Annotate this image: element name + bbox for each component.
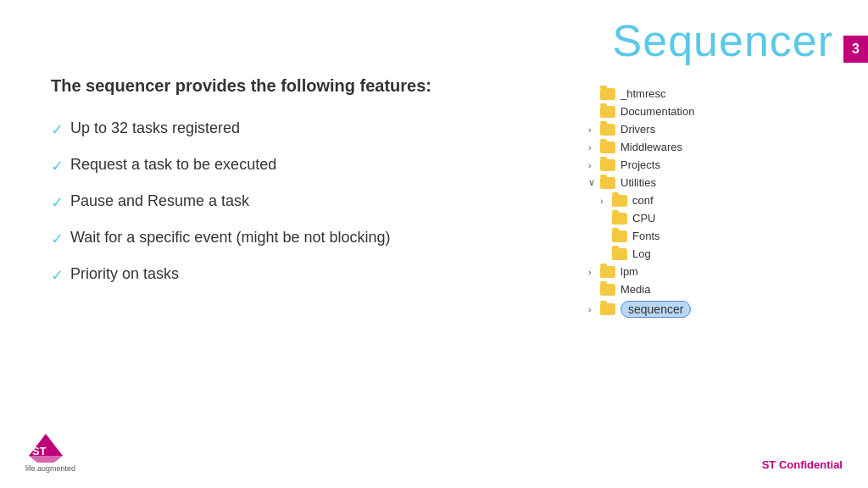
tree-label: Fonts [632, 230, 660, 242]
folder-icon [600, 284, 615, 296]
tree-item[interactable]: Log [588, 245, 843, 263]
feature-text: Priority on tasks [70, 265, 179, 283]
feature-text: Wait for a specific event (might be not … [70, 229, 391, 247]
folder-icon [600, 177, 615, 189]
folder-icon [600, 124, 615, 136]
feature-text: Up to 32 tasks registered [70, 119, 240, 137]
tree-arrow-icon: › [588, 267, 600, 277]
tree-arrow-icon: › [588, 304, 600, 314]
tree-label: Documentation [620, 105, 694, 118]
tree-item[interactable]: ›Middlewares [588, 138, 843, 156]
tree-label: Media [620, 283, 650, 296]
feature-text: Request a task to be executed [70, 156, 276, 174]
checkmark-icon: ✓ [51, 230, 64, 248]
slide-number: 3 [843, 36, 868, 63]
folder-icon [600, 159, 615, 171]
left-content: The sequencer provides the following fea… [51, 76, 526, 302]
tree-item[interactable]: Documentation [588, 103, 843, 120]
tree-item[interactable]: ›Projects [588, 156, 843, 174]
tree-item[interactable]: ∨Utilities [588, 174, 843, 191]
folder-icon [600, 88, 615, 100]
tree-label: Middlewares [620, 141, 682, 153]
confidential-label: ST Confidential [762, 458, 843, 471]
folder-icon [612, 230, 627, 242]
tree-label: CPU [632, 212, 655, 225]
file-tree: _htmrescDocumentation›Drivers›Middleware… [588, 85, 843, 320]
tree-label: Projects [620, 158, 660, 171]
tree-label: conf [632, 194, 654, 207]
intro-text: The sequencer provides the following fea… [51, 76, 526, 96]
tree-item[interactable]: Fonts [588, 227, 843, 245]
tree-label: Drivers [620, 123, 655, 136]
feature-item-4: ✓Priority on tasks [51, 265, 526, 285]
folder-icon [600, 303, 615, 315]
feature-item-0: ✓Up to 32 tasks registered [51, 119, 526, 139]
tree-arrow-icon: › [588, 142, 600, 152]
tree-item[interactable]: ›sequencer [588, 298, 843, 320]
tree-arrow-icon: › [588, 125, 600, 135]
feature-item-1: ✓Request a task to be executed [51, 156, 526, 175]
folder-icon [612, 248, 627, 260]
tree-arrow-icon: › [600, 196, 612, 206]
tree-arrow-icon: › [588, 160, 600, 170]
logo: ST life.augmented [25, 430, 75, 473]
tree-item[interactable]: CPU [588, 209, 843, 227]
slide-header: Sequencer 3 [613, 0, 868, 75]
tree-item[interactable]: ›lpm [588, 263, 843, 280]
logo-tagline: life.augmented [25, 464, 75, 473]
folder-icon [600, 141, 615, 153]
svg-text:ST: ST [32, 445, 47, 458]
tree-label: Log [632, 247, 651, 260]
checkmark-icon: ✓ [51, 120, 64, 139]
tree-item[interactable]: ›conf [588, 191, 843, 209]
folder-icon [600, 266, 615, 278]
tree-item[interactable]: ›Drivers [588, 120, 843, 138]
tree-label: _htmresc [620, 87, 665, 100]
checkmark-icon: ✓ [51, 266, 64, 285]
feature-list: ✓Up to 32 tasks registered✓Request a tas… [51, 119, 526, 285]
tree-arrow-icon: ∨ [588, 177, 600, 188]
tree-item[interactable]: _htmresc [588, 85, 843, 103]
folder-icon [612, 195, 627, 207]
slide-title: Sequencer [613, 0, 844, 75]
feature-text: Pause and Resume a task [70, 192, 249, 210]
feature-item-2: ✓Pause and Resume a task [51, 192, 526, 212]
folder-icon [612, 213, 627, 225]
checkmark-icon: ✓ [51, 193, 64, 212]
tree-label: Utilities [620, 176, 656, 189]
st-logo-icon: ST [25, 430, 66, 463]
folder-icon [600, 106, 615, 118]
tree-item[interactable]: Media [588, 280, 843, 298]
checkmark-icon: ✓ [51, 157, 64, 175]
tree-label: lpm [620, 265, 638, 278]
feature-item-3: ✓Wait for a specific event (might be not… [51, 229, 526, 248]
tree-label-selected: sequencer [620, 301, 691, 318]
